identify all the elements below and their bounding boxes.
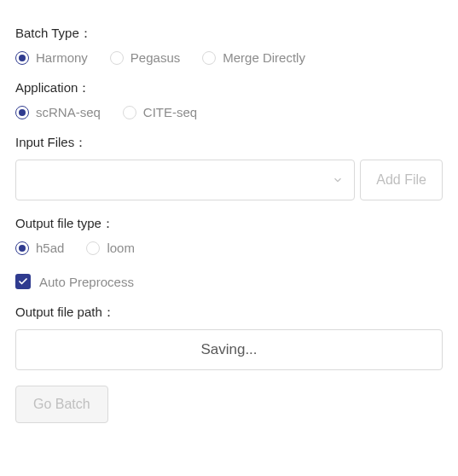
application-group: scRNA-seq CITE-seq: [15, 105, 443, 119]
input-files-row: Add File: [15, 160, 443, 200]
input-files-select[interactable]: [15, 160, 355, 200]
radio-label: CITE-seq: [143, 105, 197, 119]
radio-label: Harmony: [36, 50, 88, 65]
radio-icon: [123, 106, 136, 119]
radio-output-h5ad[interactable]: h5ad: [15, 241, 64, 255]
checkbox-checked-icon: [15, 274, 31, 289]
chevron-down-icon: [332, 174, 344, 186]
input-files-label: Input Files：: [15, 135, 443, 151]
go-batch-button[interactable]: Go Batch: [15, 386, 108, 423]
radio-label: loom: [107, 241, 135, 255]
output-file-path-label: Output file path：: [15, 305, 443, 321]
output-file-type-label: Output file type：: [15, 216, 443, 232]
radio-icon: [202, 51, 216, 65]
radio-icon: [15, 51, 29, 65]
output-file-path-status: Saving...: [15, 329, 443, 370]
radio-label: h5ad: [36, 241, 64, 255]
radio-output-loom[interactable]: loom: [86, 241, 135, 255]
checkbox-label: Auto Preprocess: [39, 275, 134, 289]
output-file-type-group: h5ad loom: [15, 241, 443, 255]
radio-batch-harmony[interactable]: Harmony: [15, 50, 88, 65]
batch-type-label: Batch Type：: [15, 26, 443, 42]
radio-app-scrna-seq[interactable]: scRNA-seq: [15, 105, 101, 119]
radio-batch-pegasus[interactable]: Pegasus: [110, 50, 180, 65]
radio-app-cite-seq[interactable]: CITE-seq: [123, 105, 197, 119]
radio-label: scRNA-seq: [36, 105, 101, 119]
batch-type-group: Harmony Pegasus Merge Directly: [15, 50, 443, 65]
radio-icon: [15, 241, 29, 255]
radio-icon: [86, 241, 100, 255]
auto-preprocess-checkbox[interactable]: Auto Preprocess: [15, 274, 134, 289]
radio-batch-merge-directly[interactable]: Merge Directly: [202, 50, 305, 65]
radio-label: Pegasus: [130, 50, 180, 65]
radio-icon: [110, 51, 124, 65]
radio-icon: [15, 106, 29, 119]
radio-label: Merge Directly: [223, 50, 305, 65]
application-label: Application：: [15, 80, 443, 96]
add-file-button[interactable]: Add File: [360, 160, 443, 200]
